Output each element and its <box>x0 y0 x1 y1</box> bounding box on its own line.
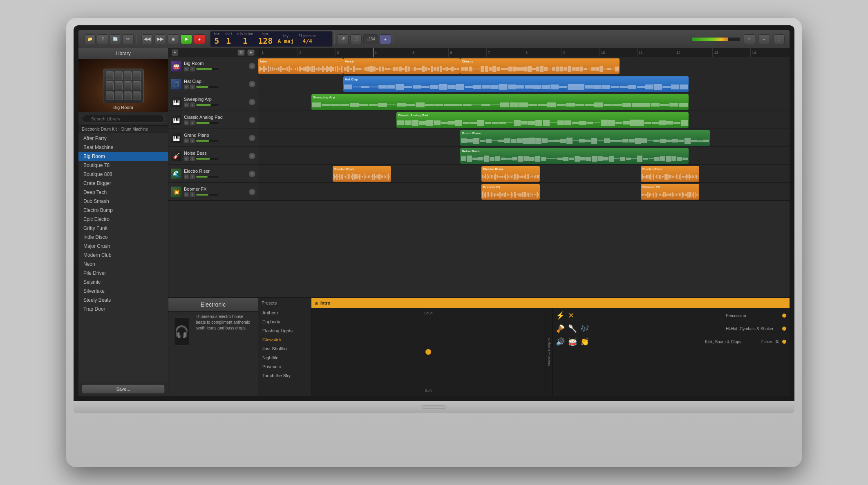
track-item-hat-clap[interactable]: 🎵 Hat Clap M S <box>168 75 258 93</box>
preset-item-flashing-lights[interactable]: Flashing Lights <box>258 326 311 335</box>
breadcrumb-item1[interactable]: Electronic Drum Kit <box>82 127 117 131</box>
tuner-btn[interactable]: 🎵 <box>350 34 362 44</box>
track-fader-grand-piano[interactable] <box>196 140 219 142</box>
track-item-noise-bass[interactable]: 🎸 Noise Bass M S <box>168 147 258 165</box>
clip-sweeping-arp-0[interactable]: Sweeping Arp <box>311 94 689 110</box>
track-knob-noise-bass[interactable] <box>249 153 255 159</box>
track-lane-electro-riser[interactable]: Electro RiserElectro RiserElectro Riser <box>258 165 790 182</box>
preset-item-euphoria[interactable]: Euphoria <box>258 317 311 326</box>
play-btn[interactable]: ▶ <box>181 34 192 44</box>
pad-6[interactable] <box>115 81 123 90</box>
library-item-pile-driver[interactable]: Pile Driver <box>78 269 168 278</box>
pad-2[interactable] <box>115 71 123 80</box>
clip-boomer-fx-1[interactable]: Boomer FX <box>641 184 699 200</box>
pad-3[interactable] <box>124 71 132 80</box>
solo-btn-big-room[interactable]: S <box>190 67 195 71</box>
solo-btn-electro-riser[interactable]: S <box>190 174 195 179</box>
mixer-btn[interactable]: ↔ <box>758 34 770 44</box>
track-lane-hat-clap[interactable]: Hat Clap <box>258 75 790 93</box>
mute-btn-electro-riser[interactable]: M <box>184 174 189 179</box>
mute-btn-noise-bass[interactable]: M <box>184 156 189 161</box>
track-lane-big-room[interactable]: IntroVerseChorus <box>258 57 790 75</box>
library-item-neon[interactable]: Neon <box>78 260 168 269</box>
library-item-deep-tech[interactable]: Deep Tech <box>78 188 168 197</box>
track-fader-hat-clap[interactable] <box>196 86 219 88</box>
track-item-big-room[interactable]: 🥁 Big Room M S <box>168 57 258 75</box>
track-item-classic-analog-pad[interactable]: 🎹 Classic Analog Pad M S <box>168 111 258 129</box>
library-item-indie-disco[interactable]: Indie Disco <box>78 233 168 242</box>
track-fader-noise-bass[interactable] <box>196 158 219 160</box>
library-item-steely-beats[interactable]: Steely Beats <box>78 296 168 305</box>
library-item-electro-bump[interactable]: Electro Bump <box>78 206 168 215</box>
kick-dot[interactable] <box>782 340 786 344</box>
track-knob-grand-piano[interactable] <box>249 135 255 141</box>
track-item-boomer-fx[interactable]: 💥 Boomer FX M S <box>168 183 258 201</box>
preset-item-nightlife[interactable]: Nightlife <box>258 353 311 362</box>
pad-11[interactable] <box>124 91 132 100</box>
track-lane-grand-piano[interactable]: Grand Piano <box>258 129 790 147</box>
library-item-boutique-808[interactable]: Boutique 808 <box>78 170 168 179</box>
smart-controls-btn[interactable]: ✂ <box>122 34 134 44</box>
pad-7[interactable] <box>124 81 132 90</box>
loop-btn[interactable]: 🔄 <box>110 34 121 44</box>
percussion-dot[interactable] <box>782 314 786 318</box>
help-btn[interactable]: ? <box>97 34 108 44</box>
track-fader-boomer-fx[interactable] <box>196 194 219 196</box>
track-knob-sweeping-arp[interactable] <box>249 99 255 105</box>
solo-btn-grand-piano[interactable]: S <box>190 138 195 143</box>
track-item-grand-piano[interactable]: 🎹 Grand Piano M S <box>168 129 258 147</box>
preset-item-prismatic[interactable]: Prismatic <box>258 362 311 371</box>
library-item-major-crush[interactable]: Major Crush <box>78 242 168 251</box>
library-item-dub-smash[interactable]: Dub Smash <box>78 197 168 206</box>
track-lane-sweeping-arp[interactable]: Sweeping Arp <box>258 93 790 111</box>
clip-big-room-2[interactable]: Chorus <box>460 58 620 74</box>
solo-btn-noise-bass[interactable]: S <box>190 156 195 161</box>
mute-btn-grand-piano[interactable]: M <box>184 138 189 143</box>
pad-12[interactable] <box>133 91 141 100</box>
hihat-dot[interactable] <box>782 327 786 331</box>
track-fader-big-room[interactable] <box>196 68 219 70</box>
list-editors-btn[interactable]: ≡ <box>744 34 755 44</box>
library-item-after-party[interactable]: After Party <box>78 134 168 143</box>
library-item-crate-digger[interactable]: Crate Digger <box>78 179 168 188</box>
track-knob-hat-clap[interactable] <box>249 81 255 87</box>
mute-btn-classic-analog-pad[interactable]: M <box>184 120 189 125</box>
breadcrumb-item2[interactable]: Drum Machine <box>121 127 148 131</box>
search-input[interactable] <box>82 115 165 123</box>
capture-btn[interactable]: ● <box>380 34 391 44</box>
clip-electro-riser-0[interactable]: Electro Riser <box>333 166 391 182</box>
library-item-big-room[interactable]: Big Room <box>78 152 168 161</box>
solo-btn-hat-clap[interactable]: S <box>190 85 195 89</box>
track-view-btn[interactable]: ⊞ <box>237 49 245 56</box>
track-fader-classic-analog-pad[interactable] <box>196 122 219 124</box>
pad-9[interactable] <box>106 91 114 100</box>
mute-btn-big-room[interactable]: M <box>184 67 189 71</box>
track-knob-electro-riser[interactable] <box>249 171 255 177</box>
add-track-btn[interactable]: + <box>172 49 178 56</box>
track-lane-classic-analog-pad[interactable]: Classic Analog Pad <box>258 111 790 129</box>
library-item-silverlake[interactable]: Silverlake <box>78 287 168 296</box>
track-fader-electro-riser[interactable] <box>196 176 219 178</box>
solo-btn-boomer-fx[interactable]: S <box>190 192 195 197</box>
track-item-sweeping-arp[interactable]: 🎹 Sweeping Arp M S <box>168 93 258 111</box>
stop-btn[interactable]: ■ <box>168 34 179 44</box>
rewind-btn[interactable]: ◀◀ <box>141 34 153 44</box>
mute-btn-boomer-fx[interactable]: M <box>184 192 189 197</box>
pad-5[interactable] <box>106 81 114 90</box>
clip-electro-riser-1[interactable]: Electro Riser <box>481 166 540 182</box>
preset-item-anthem[interactable]: Anthem <box>258 308 311 317</box>
preset-item-just-shufflin[interactable]: Just Shufflin <box>258 344 311 353</box>
clip-hat-clap-0[interactable]: Hat Clap <box>343 76 689 92</box>
solo-btn-classic-analog-pad[interactable]: S <box>190 120 195 125</box>
preset-item-glowstick[interactable]: Glowstick <box>258 335 311 344</box>
solo-btn-sweeping-arp[interactable]: S <box>190 102 195 107</box>
track-item-electro-riser[interactable]: 🌊 Electro Riser M S <box>168 165 258 183</box>
clip-grand-piano-0[interactable]: Grand Piano <box>460 130 710 146</box>
track-lane-boomer-fx[interactable]: Boomer FXBoomer FX <box>258 183 790 200</box>
pad-10[interactable] <box>115 91 123 100</box>
library-item-trap-door[interactable]: Trap Door <box>78 305 168 314</box>
forward-btn[interactable]: ▶▶ <box>154 34 166 44</box>
save-button[interactable]: Save... <box>82 385 165 394</box>
count-in-btn[interactable]: ↓234 <box>363 34 378 44</box>
clip-boomer-fx-0[interactable]: Boomer FX <box>481 184 540 200</box>
